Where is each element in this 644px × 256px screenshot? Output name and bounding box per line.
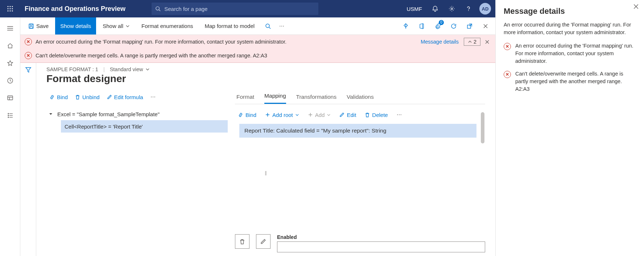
svg-rect-27 (30, 24, 32, 25)
close-icon[interactable] (479, 19, 492, 33)
recent-icon[interactable] (1, 73, 19, 89)
error-text: An error occurred during the 'Format map… (36, 39, 418, 45)
delete-button[interactable]: Delete (362, 112, 391, 118)
message-details-link[interactable]: Message details (418, 39, 461, 45)
view-label: Standard view (110, 66, 143, 72)
edit-formula-label: Edit formula (114, 94, 143, 100)
chevron-up-icon (468, 40, 472, 44)
plus-icon (308, 112, 313, 117)
enabled-input[interactable] (277, 241, 485, 252)
save-button[interactable]: Save (23, 17, 54, 34)
tab-transformations[interactable]: Transformations (296, 94, 337, 104)
svg-rect-26 (29, 24, 33, 28)
popout-icon[interactable] (463, 19, 476, 33)
filter-column (20, 63, 36, 256)
tree-child-row[interactable]: Cell<ReportTitle> = 'Report Title' (61, 120, 228, 133)
scrollbar-thumb[interactable] (481, 112, 484, 143)
notifications-icon[interactable] (429, 3, 441, 15)
tab-bar: Format Mapping Transformations Validatio… (235, 90, 485, 104)
enabled-label: Enabled (277, 234, 485, 240)
mapping-pane: Format Mapping Transformations Validatio… (235, 90, 485, 256)
global-search[interactable] (152, 3, 318, 15)
message-counter[interactable]: 2 (464, 38, 480, 46)
svg-point-20 (8, 113, 9, 114)
view-selector[interactable]: Standard view (110, 66, 150, 72)
chevron-down-icon (125, 24, 130, 28)
pencil-icon (107, 94, 112, 99)
attachments-icon[interactable]: 0 (431, 19, 445, 33)
left-rail (0, 17, 20, 256)
error-banner-2: ✕ Can't delete/overwrite merged cells. A… (20, 49, 495, 62)
search-input[interactable] (164, 6, 315, 12)
error-icon: ✕ (25, 52, 32, 59)
mapping-bind-button[interactable]: Bind (235, 112, 259, 118)
tree-root-row[interactable]: Excel = "Sample format_SampleTemplate" (46, 108, 228, 120)
app-launcher-icon[interactable] (0, 5, 20, 12)
user-avatar[interactable]: AD (479, 3, 491, 15)
overflow-icon[interactable]: ⋯ (148, 94, 158, 100)
breadcrumb: SAMPLE FORMAT : 1 | Standard view (46, 66, 485, 72)
panel-summary: An error occurred during the 'Format map… (504, 21, 636, 36)
map-format-to-model-button[interactable]: Map format to model (200, 17, 260, 34)
save-icon (28, 23, 34, 29)
tab-format[interactable]: Format (236, 94, 254, 104)
attachments-badge: 0 (439, 20, 444, 25)
favorites-icon[interactable] (1, 55, 19, 71)
modules-icon[interactable] (1, 107, 19, 123)
company-code[interactable]: USMF (407, 6, 422, 12)
settings-icon[interactable] (446, 3, 458, 15)
mapping-row[interactable]: Report Title: Calculated field = "My sam… (239, 124, 476, 138)
collapse-icon[interactable] (47, 112, 54, 116)
help-icon[interactable] (463, 3, 474, 15)
pencil-icon (339, 112, 344, 117)
dismiss-banner-icon[interactable] (483, 38, 491, 46)
trash-icon (75, 94, 80, 100)
command-bar: Save Show details Show all Format enumer… (20, 17, 495, 35)
bind-button[interactable]: Bind (46, 94, 71, 100)
show-all-button[interactable]: Show all (98, 17, 135, 34)
edit-formula-button[interactable]: Edit formula (104, 94, 146, 100)
edit-mapping-button[interactable] (256, 234, 271, 249)
bind-label: Bind (245, 112, 256, 118)
show-all-label: Show all (103, 23, 123, 29)
add-root-button[interactable]: Add root (262, 112, 302, 118)
svg-point-0 (7, 6, 8, 7)
bookmark-icon[interactable] (399, 19, 413, 33)
format-enumerations-button[interactable]: Format enumerations (136, 17, 198, 34)
panel-message-text: Can't delete/overwrite merged cells. A r… (515, 70, 636, 93)
chevron-down-icon (327, 113, 331, 117)
unbind-label: Unbind (82, 94, 100, 100)
nav-collapse-icon[interactable] (1, 20, 19, 36)
svg-point-22 (8, 115, 9, 116)
show-details-button[interactable]: Show details (55, 17, 96, 34)
filter-icon[interactable] (25, 66, 32, 256)
search-icon (155, 6, 161, 12)
tab-mapping[interactable]: Mapping (264, 93, 286, 104)
designer-area: SAMPLE FORMAT : 1 | Standard view Format… (20, 63, 495, 256)
unbind-button[interactable]: Unbind (72, 94, 103, 100)
svg-line-30 (269, 27, 271, 29)
workspaces-icon[interactable] (1, 90, 19, 106)
tab-validations[interactable]: Validations (347, 94, 374, 104)
home-icon[interactable] (1, 38, 19, 54)
svg-point-11 (451, 8, 453, 9)
chevron-down-icon (145, 67, 150, 72)
svg-point-5 (12, 8, 13, 9)
svg-point-2 (12, 6, 13, 7)
refresh-icon[interactable] (447, 19, 461, 33)
svg-rect-28 (30, 27, 33, 28)
error-banner-1: ✕ An error occurred during the 'Format m… (20, 35, 495, 49)
panel-message-2: ✕ Can't delete/overwrite merged cells. A… (504, 70, 636, 93)
close-panel-icon[interactable] (633, 4, 639, 9)
overflow-icon[interactable]: ⋯ (394, 112, 405, 118)
overflow-icon[interactable]: ⋯ (276, 23, 287, 29)
delete-mapping-button[interactable] (235, 234, 249, 249)
panel-message-1: ✕ An error occurred during the 'Format m… (504, 42, 636, 65)
breadcrumb-path: SAMPLE FORMAT : 1 (46, 66, 98, 72)
search-cmd-icon[interactable] (261, 19, 275, 33)
edit-button[interactable]: Edit (337, 112, 359, 118)
office-icon[interactable] (415, 19, 429, 33)
svg-point-6 (7, 10, 8, 11)
error-text: Can't delete/overwrite merged cells. A r… (36, 53, 491, 58)
message-details-panel: Message details An error occurred during… (495, 0, 644, 256)
